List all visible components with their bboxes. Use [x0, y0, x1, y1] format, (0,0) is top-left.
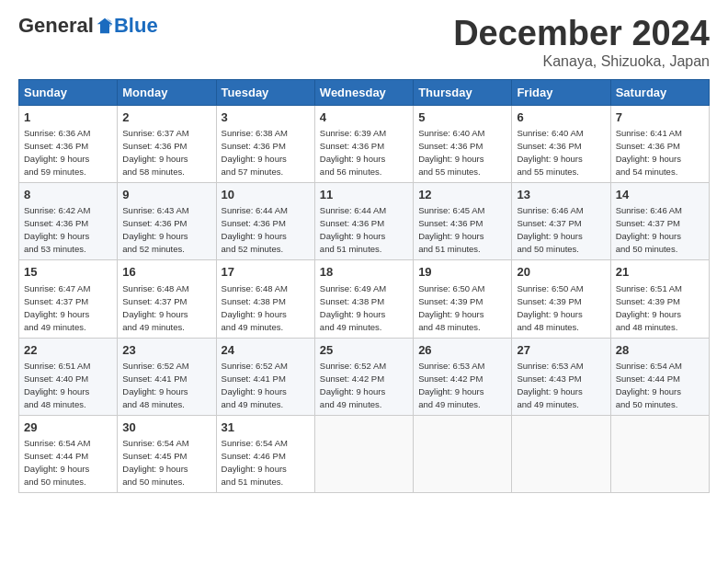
day-number: 9: [122, 187, 210, 203]
day-info: Sunrise: 6:54 AM Sunset: 4:44 PM Dayligh…: [616, 361, 682, 409]
day-info: Sunrise: 6:54 AM Sunset: 4:46 PM Dayligh…: [222, 438, 288, 487]
logo-blue: Blue: [114, 14, 158, 38]
day-number: 15: [24, 264, 112, 281]
title-area: December 2024 Kanaya, Shizuoka, Japan: [453, 14, 710, 70]
week-row-2: 8Sunrise: 6:42 AM Sunset: 4:36 PM Daylig…: [19, 183, 710, 260]
day-info: Sunrise: 6:36 AM Sunset: 4:36 PM Dayligh…: [24, 128, 90, 177]
calendar-cell: 4Sunrise: 6:39 AM Sunset: 4:36 PM Daylig…: [314, 106, 413, 183]
calendar-cell: 9Sunrise: 6:43 AM Sunset: 4:36 PM Daylig…: [118, 183, 216, 260]
day-number: 12: [418, 187, 506, 203]
calendar-cell: 30Sunrise: 6:54 AM Sunset: 4:45 PM Dayli…: [118, 415, 216, 492]
calendar-cell: 11Sunrise: 6:44 AM Sunset: 4:36 PM Dayli…: [314, 183, 413, 260]
day-info: Sunrise: 6:49 AM Sunset: 4:38 PM Dayligh…: [320, 283, 386, 332]
day-number: 5: [418, 109, 506, 126]
calendar-cell: 14Sunrise: 6:46 AM Sunset: 4:37 PM Dayli…: [610, 183, 709, 260]
day-info: Sunrise: 6:46 AM Sunset: 4:37 PM Dayligh…: [517, 205, 583, 254]
logo-text: General Blue: [18, 14, 158, 38]
calendar-cell: 18Sunrise: 6:49 AM Sunset: 4:38 PM Dayli…: [314, 260, 413, 338]
day-info: Sunrise: 6:43 AM Sunset: 4:36 PM Dayligh…: [122, 205, 188, 254]
calendar-cell: [414, 415, 512, 492]
calendar-header: SundayMondayTuesdayWednesdayThursdayFrid…: [19, 80, 710, 106]
calendar-cell: [314, 415, 413, 492]
calendar-cell: [512, 415, 610, 492]
day-info: Sunrise: 6:51 AM Sunset: 4:39 PM Dayligh…: [616, 283, 682, 332]
calendar-cell: 25Sunrise: 6:52 AM Sunset: 4:42 PM Dayli…: [314, 338, 413, 415]
calendar-cell: 15Sunrise: 6:47 AM Sunset: 4:37 PM Dayli…: [19, 260, 118, 338]
calendar-cell: 7Sunrise: 6:41 AM Sunset: 4:36 PM Daylig…: [610, 106, 709, 183]
day-info: Sunrise: 6:37 AM Sunset: 4:36 PM Dayligh…: [122, 128, 188, 177]
day-number: 23: [122, 342, 210, 359]
month-title: December 2024: [453, 14, 710, 53]
day-number: 10: [222, 187, 310, 203]
day-info: Sunrise: 6:44 AM Sunset: 4:36 PM Dayligh…: [320, 205, 386, 254]
day-number: 18: [320, 264, 408, 281]
week-row-5: 29Sunrise: 6:54 AM Sunset: 4:44 PM Dayli…: [19, 415, 710, 492]
calendar-cell: 23Sunrise: 6:52 AM Sunset: 4:41 PM Dayli…: [118, 338, 216, 415]
calendar-cell: 24Sunrise: 6:52 AM Sunset: 4:41 PM Dayli…: [216, 338, 314, 415]
day-number: 8: [24, 187, 112, 203]
day-number: 17: [222, 264, 310, 281]
day-info: Sunrise: 6:51 AM Sunset: 4:40 PM Dayligh…: [24, 361, 90, 409]
week-row-1: 1Sunrise: 6:36 AM Sunset: 4:36 PM Daylig…: [19, 106, 710, 183]
header-day-tuesday: Tuesday: [216, 80, 314, 106]
day-number: 30: [122, 419, 210, 436]
day-info: Sunrise: 6:53 AM Sunset: 4:42 PM Dayligh…: [418, 361, 484, 409]
logo: General Blue: [18, 14, 158, 38]
header-day-saturday: Saturday: [610, 80, 709, 106]
day-number: 27: [517, 342, 605, 359]
day-info: Sunrise: 6:40 AM Sunset: 4:36 PM Dayligh…: [517, 128, 583, 177]
calendar-cell: 1Sunrise: 6:36 AM Sunset: 4:36 PM Daylig…: [19, 106, 118, 183]
day-info: Sunrise: 6:54 AM Sunset: 4:44 PM Dayligh…: [24, 438, 90, 487]
header-day-thursday: Thursday: [414, 80, 512, 106]
day-info: Sunrise: 6:50 AM Sunset: 4:39 PM Dayligh…: [517, 283, 583, 332]
day-number: 7: [616, 109, 704, 126]
calendar-cell: 6Sunrise: 6:40 AM Sunset: 4:36 PM Daylig…: [512, 106, 610, 183]
day-info: Sunrise: 6:50 AM Sunset: 4:39 PM Dayligh…: [418, 283, 484, 332]
day-info: Sunrise: 6:44 AM Sunset: 4:36 PM Dayligh…: [222, 205, 288, 254]
calendar-cell: 31Sunrise: 6:54 AM Sunset: 4:46 PM Dayli…: [216, 415, 314, 492]
week-row-3: 15Sunrise: 6:47 AM Sunset: 4:37 PM Dayli…: [19, 260, 710, 338]
header-day-sunday: Sunday: [19, 80, 118, 106]
day-number: 29: [24, 419, 112, 436]
day-number: 20: [517, 264, 605, 281]
calendar-cell: 21Sunrise: 6:51 AM Sunset: 4:39 PM Dayli…: [610, 260, 709, 338]
day-info: Sunrise: 6:40 AM Sunset: 4:36 PM Dayligh…: [418, 128, 484, 177]
day-info: Sunrise: 6:48 AM Sunset: 4:37 PM Dayligh…: [122, 283, 188, 332]
day-number: 6: [517, 109, 605, 126]
day-info: Sunrise: 6:52 AM Sunset: 4:41 PM Dayligh…: [222, 361, 288, 409]
day-number: 22: [24, 342, 112, 359]
day-info: Sunrise: 6:45 AM Sunset: 4:36 PM Dayligh…: [418, 205, 484, 254]
day-info: Sunrise: 6:41 AM Sunset: 4:36 PM Dayligh…: [616, 128, 682, 177]
calendar-cell: 2Sunrise: 6:37 AM Sunset: 4:36 PM Daylig…: [118, 106, 216, 183]
calendar-cell: 29Sunrise: 6:54 AM Sunset: 4:44 PM Dayli…: [19, 415, 118, 492]
day-number: 16: [122, 264, 210, 281]
day-info: Sunrise: 6:54 AM Sunset: 4:45 PM Dayligh…: [122, 438, 188, 487]
calendar-cell: 17Sunrise: 6:48 AM Sunset: 4:38 PM Dayli…: [216, 260, 314, 338]
day-info: Sunrise: 6:46 AM Sunset: 4:37 PM Dayligh…: [616, 205, 682, 254]
header: General Blue December 2024 Kanaya, Shizu…: [18, 14, 710, 70]
calendar-cell: 12Sunrise: 6:45 AM Sunset: 4:36 PM Dayli…: [414, 183, 512, 260]
calendar-cell: 16Sunrise: 6:48 AM Sunset: 4:37 PM Dayli…: [118, 260, 216, 338]
day-number: 19: [418, 264, 506, 281]
calendar-cell: 19Sunrise: 6:50 AM Sunset: 4:39 PM Dayli…: [414, 260, 512, 338]
day-number: 1: [24, 109, 112, 126]
day-number: 28: [616, 342, 704, 359]
calendar-cell: 10Sunrise: 6:44 AM Sunset: 4:36 PM Dayli…: [216, 183, 314, 260]
calendar-table: SundayMondayTuesdayWednesdayThursdayFrid…: [18, 79, 710, 493]
day-info: Sunrise: 6:42 AM Sunset: 4:36 PM Dayligh…: [24, 205, 90, 254]
calendar-cell: 22Sunrise: 6:51 AM Sunset: 4:40 PM Dayli…: [19, 338, 118, 415]
calendar-cell: 5Sunrise: 6:40 AM Sunset: 4:36 PM Daylig…: [414, 106, 512, 183]
day-info: Sunrise: 6:52 AM Sunset: 4:41 PM Dayligh…: [122, 361, 188, 409]
day-number: 11: [320, 187, 408, 203]
header-row: SundayMondayTuesdayWednesdayThursdayFrid…: [19, 80, 710, 106]
calendar-cell: 28Sunrise: 6:54 AM Sunset: 4:44 PM Dayli…: [610, 338, 709, 415]
day-number: 13: [517, 187, 605, 203]
day-number: 24: [222, 342, 310, 359]
day-info: Sunrise: 6:47 AM Sunset: 4:37 PM Dayligh…: [24, 283, 90, 332]
day-number: 31: [222, 419, 310, 436]
calendar-cell: [610, 415, 709, 492]
logo-general: General: [18, 14, 94, 38]
day-number: 14: [616, 187, 704, 203]
day-info: Sunrise: 6:52 AM Sunset: 4:42 PM Dayligh…: [320, 361, 386, 409]
day-number: 2: [122, 109, 210, 126]
